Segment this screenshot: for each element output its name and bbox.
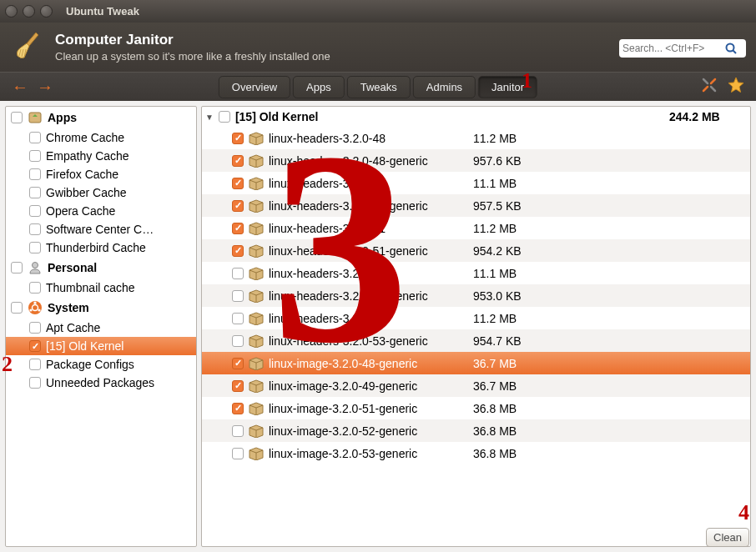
row-size: 11.2 MB bbox=[473, 312, 517, 325]
tab-admins[interactable]: Admins bbox=[413, 76, 476, 98]
sidebar-item-label: Gwibber Cache bbox=[46, 186, 127, 199]
checkbox[interactable] bbox=[232, 335, 244, 347]
star-icon[interactable] bbox=[728, 77, 744, 97]
checkbox[interactable] bbox=[232, 245, 244, 257]
row-size: 36.7 MB bbox=[473, 357, 517, 370]
sidebar-item[interactable]: Empathy Cache bbox=[6, 147, 196, 165]
window-title: Ubuntu Tweak bbox=[66, 5, 139, 18]
checkbox[interactable] bbox=[11, 112, 23, 123]
category-apps[interactable]: Apps bbox=[6, 107, 196, 128]
checkbox[interactable] bbox=[232, 290, 244, 302]
checkbox[interactable] bbox=[29, 322, 41, 334]
package-icon bbox=[249, 244, 264, 258]
package-icon bbox=[249, 289, 264, 303]
package-icon bbox=[249, 357, 264, 370]
sidebar-item[interactable]: Opera Cache bbox=[6, 202, 196, 220]
sidebar-item-label: Software Center C… bbox=[46, 223, 154, 236]
checkbox[interactable] bbox=[29, 282, 41, 294]
checkbox[interactable] bbox=[232, 380, 244, 392]
checkbox[interactable] bbox=[219, 111, 230, 123]
sidebar-item-label: [15] Old Kernel bbox=[46, 339, 123, 353]
row-name: linux-image-3.2.0-53-generic bbox=[269, 447, 417, 460]
row-size: 11.1 MB bbox=[473, 267, 517, 280]
sidebar-item[interactable]: Thumbnail cache bbox=[6, 279, 196, 297]
sidebar-item[interactable]: Software Center C… bbox=[6, 220, 196, 238]
person-icon bbox=[28, 260, 43, 275]
row-size: 957.6 KB bbox=[473, 154, 522, 168]
nav-forward-button[interactable]: → bbox=[37, 78, 53, 95]
sidebar-item[interactable]: [15] Old Kernel bbox=[6, 337, 196, 355]
search-input[interactable] bbox=[622, 43, 724, 54]
window-maximize-button[interactable] bbox=[40, 5, 53, 18]
checkbox[interactable] bbox=[29, 359, 41, 370]
row-size: 957.5 KB bbox=[473, 199, 522, 213]
checkbox[interactable] bbox=[232, 223, 244, 234]
tools-icon[interactable] bbox=[701, 77, 718, 97]
row-size: 11.2 MB bbox=[473, 222, 517, 235]
clean-button[interactable]: Clean bbox=[706, 528, 749, 547]
annotation-3: 3 bbox=[271, 110, 409, 385]
category-label: Apps bbox=[48, 111, 77, 124]
category-personal[interactable]: Personal bbox=[6, 257, 196, 279]
checkbox[interactable] bbox=[232, 358, 244, 369]
checkbox[interactable] bbox=[232, 133, 244, 144]
checkbox[interactable] bbox=[29, 150, 41, 162]
checkbox[interactable] bbox=[232, 313, 244, 324]
package-icon bbox=[249, 199, 264, 213]
table-row[interactable]: linux-image-3.2.0-51-generic36.8 MB bbox=[202, 397, 750, 419]
package-icon bbox=[249, 447, 264, 460]
sidebar-item-label: Package Configs bbox=[46, 358, 134, 371]
sidebar-item[interactable]: Firefox Cache bbox=[6, 165, 196, 183]
checkbox[interactable] bbox=[29, 223, 41, 235]
sidebar-item-label: Thunderbird Cache bbox=[46, 241, 146, 254]
checkbox[interactable] bbox=[232, 268, 244, 279]
page-title: Computer Janitor bbox=[55, 32, 330, 48]
row-size: 36.8 MB bbox=[473, 424, 517, 438]
checkbox[interactable] bbox=[232, 200, 244, 212]
sidebar-item-label: Thumbnail cache bbox=[46, 281, 135, 294]
sidebar-item[interactable]: Unneeded Packages bbox=[6, 374, 196, 392]
sidebar-item[interactable]: Gwibber Cache bbox=[6, 183, 196, 202]
svg-point-3 bbox=[727, 44, 734, 52]
sidebar-item-label: Apt Cache bbox=[46, 321, 100, 334]
row-size: 36.7 MB bbox=[473, 379, 517, 393]
checkbox[interactable] bbox=[232, 403, 244, 414]
checkbox[interactable] bbox=[232, 155, 244, 167]
sidebar-item[interactable]: Chrome Cache bbox=[6, 128, 196, 147]
row-size: 11.2 MB bbox=[473, 132, 517, 145]
svg-point-6 bbox=[33, 263, 38, 268]
checkbox[interactable] bbox=[29, 340, 41, 352]
package-icon bbox=[249, 379, 264, 393]
nav-back-button[interactable]: ← bbox=[12, 78, 28, 95]
table-row[interactable]: linux-image-3.2.0-53-generic36.8 MB bbox=[202, 442, 750, 464]
category-system[interactable]: System bbox=[6, 297, 196, 319]
search-box[interactable] bbox=[619, 39, 746, 58]
window-close-button[interactable] bbox=[5, 5, 18, 18]
checkbox[interactable] bbox=[11, 262, 23, 273]
svg-rect-5 bbox=[29, 113, 41, 123]
table-row[interactable]: linux-image-3.2.0-52-generic36.8 MB bbox=[202, 419, 750, 442]
checkbox[interactable] bbox=[29, 242, 41, 253]
checkbox[interactable] bbox=[232, 425, 244, 437]
sidebar-item[interactable]: Thunderbird Cache bbox=[6, 238, 196, 257]
checkbox[interactable] bbox=[29, 168, 41, 180]
row-size: 36.8 MB bbox=[473, 402, 517, 415]
checkbox[interactable] bbox=[29, 132, 41, 143]
group-size: 244.2 MB bbox=[669, 110, 720, 123]
sidebar-item[interactable]: Apt Cache bbox=[6, 319, 196, 337]
window-minimize-button[interactable] bbox=[23, 5, 35, 18]
checkbox[interactable] bbox=[11, 302, 23, 314]
titlebar: Ubuntu Tweak bbox=[0, 0, 756, 23]
checkbox[interactable] bbox=[232, 178, 244, 189]
row-name: linux-image-3.2.0-51-generic bbox=[269, 402, 417, 415]
sidebar-item[interactable]: Package Configs bbox=[6, 355, 196, 374]
svg-point-10 bbox=[38, 309, 40, 311]
checkbox[interactable] bbox=[29, 187, 41, 198]
checkbox[interactable] bbox=[29, 205, 41, 217]
sidebar-item-label: Firefox Cache bbox=[46, 168, 118, 181]
checkbox[interactable] bbox=[29, 377, 41, 389]
package-icon bbox=[249, 334, 264, 348]
checkbox[interactable] bbox=[232, 448, 244, 459]
disclosure-icon[interactable]: ▼ bbox=[205, 113, 214, 122]
category-label: Personal bbox=[48, 261, 97, 274]
